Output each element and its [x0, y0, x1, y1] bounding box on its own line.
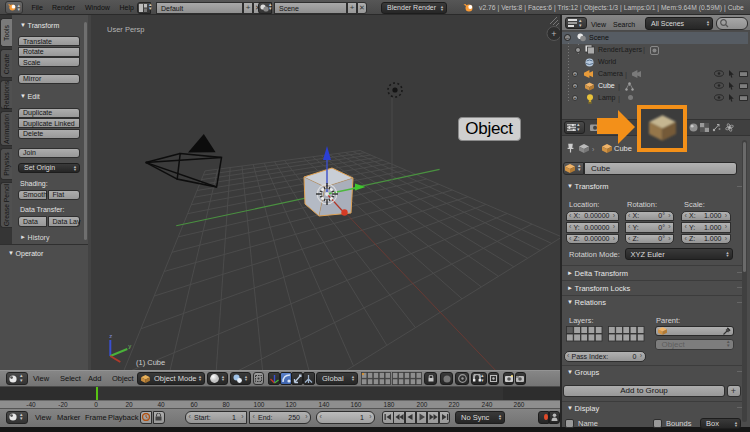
- svg-text:+: +: [551, 29, 556, 39]
- svg-text:User Persp: User Persp: [107, 25, 145, 34]
- svg-text:z: z: [109, 333, 112, 339]
- svg-text:y: y: [128, 343, 131, 349]
- svg-text:(1) Cube: (1) Cube: [136, 358, 165, 367]
